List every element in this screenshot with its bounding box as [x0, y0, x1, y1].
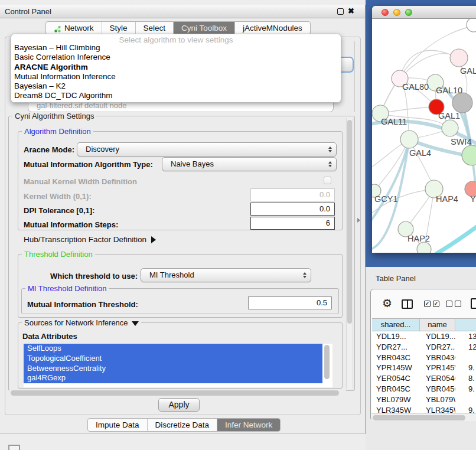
table-cell: 9.: [455, 384, 476, 394]
tab-jactivemnodules-label: jActiveMNodules: [243, 22, 302, 34]
tab-infer-network[interactable]: Infer Network: [217, 419, 280, 431]
checkbox-unchecked-icon[interactable]: [446, 301, 452, 307]
inference-algorithm-combo-partial[interactable]: [341, 57, 354, 73]
node-partial-bottom[interactable]: [417, 242, 431, 253]
node-gal7[interactable]: [450, 49, 468, 67]
which-threshold-label: Which threshold to use:: [50, 272, 138, 281]
window-minimize-button[interactable]: [393, 9, 400, 16]
network-edge[interactable]: [400, 50, 455, 79]
attribute-item-selected[interactable]: BetweennessCentrality: [24, 364, 322, 374]
tab-jactivemnodules[interactable]: jActiveMNodules: [234, 22, 310, 34]
algorithm-option[interactable]: Bayesian – K2: [11, 81, 341, 91]
table-row[interactable]: YBR043C YBR043C: [372, 353, 476, 363]
tab-impute-data[interactable]: Impute Data: [88, 419, 147, 431]
panel-divider-arrow-icon[interactable]: [357, 218, 360, 223]
attribute-item-selected[interactable]: TopologicalCoefficient: [24, 354, 322, 364]
column-header-partial[interactable]: [455, 319, 476, 331]
table-row[interactable]: YDL19... YDL19... 13: [372, 331, 476, 342]
apply-button[interactable]: Apply: [158, 398, 200, 412]
table-cell: 13: [455, 331, 476, 342]
mi-threshold-definition-title: MI Threshold Definition: [25, 284, 109, 293]
node-gray[interactable]: [452, 93, 472, 113]
mi-algorithm-type-label: Mutual Information Algorithm Type:: [24, 160, 153, 169]
network-window-titlebar[interactable]: [372, 6, 476, 19]
table-panel-toolbar: ⚙ ✓ ✓: [370, 295, 476, 315]
network-source-combo-partial[interactable]: gal-filtered.sif default node: [28, 102, 334, 112]
split-columns-icon[interactable]: [402, 299, 413, 309]
network-edge[interactable]: [436, 226, 476, 253]
node-swi4[interactable]: [462, 145, 476, 165]
mi-algorithm-type-combo[interactable]: Naive Bayes: [162, 157, 337, 171]
table-cell: YPR145W: [420, 363, 455, 373]
kernel-width-field[interactable]: 0.0: [250, 188, 335, 201]
mi-threshold-field[interactable]: 0.5: [248, 296, 332, 309]
window-zoom-button[interactable]: [405, 9, 412, 16]
node-mid-green[interactable]: [442, 120, 458, 136]
spinner-arrows-icon: [328, 161, 332, 167]
checkbox-checked-icon[interactable]: ✓: [424, 301, 431, 307]
float-window-icon[interactable]: [337, 8, 344, 15]
hub-definition-expander[interactable]: Hub/Transcription Factor Definition: [24, 235, 156, 244]
attribute-item-selected[interactable]: SelfLoops: [24, 344, 322, 354]
column-header-shared-name[interactable]: shared...: [372, 319, 420, 331]
algorithm-option[interactable]: Basic Correlation Inference: [11, 53, 341, 62]
node-label: GAL4: [409, 148, 431, 158]
algorithm-option-selected[interactable]: ARACNE Algorithm: [11, 63, 341, 72]
aracne-mode-combo[interactable]: Discovery: [77, 142, 337, 156]
column-header-name[interactable]: name: [420, 319, 455, 331]
table-horizontal-scrollbar[interactable]: [371, 413, 476, 421]
checkbox-checked-icon[interactable]: ✓: [433, 301, 439, 307]
attribute-item-selected[interactable]: gal4RGexp: [24, 373, 322, 383]
dpi-tolerance-label: DPI Tolerance [0,1]:: [24, 206, 94, 215]
dpi-tolerance-field[interactable]: 0.0: [250, 203, 335, 216]
settings-horizontal-scrollbar[interactable]: [9, 389, 346, 397]
settings-vertical-scrollbar-thumb[interactable]: [347, 120, 352, 324]
minimized-panel-icon-partial[interactable]: [8, 445, 20, 450]
table-row[interactable]: YPR145W YPR145W 9.: [372, 363, 476, 373]
spinner-arrows-icon: [303, 272, 307, 278]
document-icon[interactable]: [471, 298, 476, 309]
table-row[interactable]: YER054C YER054C 8.: [372, 373, 476, 384]
tab-network[interactable]: Network: [46, 22, 102, 34]
manual-kernel-width-checkbox[interactable]: [324, 177, 331, 184]
which-threshold-combo[interactable]: MI Threshold: [141, 268, 311, 282]
sources-title[interactable]: Sources for Network Inference: [22, 318, 141, 327]
node-partial-top[interactable]: [467, 19, 476, 32]
tab-select[interactable]: Select: [135, 22, 174, 34]
hub-definition-label: Hub/Transcription Factor Definition: [24, 235, 146, 244]
settings-vertical-scrollbar[interactable]: [346, 118, 353, 389]
table-cell: YBL079W: [372, 394, 420, 405]
window-close-button[interactable]: [382, 9, 389, 16]
table-cell: 12: [455, 342, 476, 353]
table-horizontal-scrollbar-thumb[interactable]: [373, 415, 465, 420]
checkbox-unchecked-icon[interactable]: [455, 301, 461, 307]
tab-discretize-data[interactable]: Discretize Data: [147, 419, 217, 431]
settings-horizontal-scrollbar-thumb[interactable]: [11, 390, 339, 396]
tab-style[interactable]: Style: [102, 22, 135, 34]
data-attributes-label: Data Attributes: [22, 332, 77, 341]
node-label: HAP4: [436, 194, 458, 204]
mi-steps-field[interactable]: 6: [250, 217, 335, 230]
table-row[interactable]: YDR27... YDR27... 12: [372, 342, 476, 353]
algorithm-option[interactable]: Dream8 DC_TDC Algorithm: [11, 91, 341, 100]
control-panel-title: Control Panel: [5, 7, 51, 16]
table-row[interactable]: YBL079W YBL079W: [372, 394, 476, 405]
table-cell: YDL19...: [372, 331, 420, 342]
algorithm-definition-title: Algorithm Definition: [22, 127, 93, 136]
algorithm-option[interactable]: Bayesian – Hill Climbing: [11, 43, 341, 53]
node-label: GAL80: [402, 82, 429, 92]
aracne-mode-label: Aracne Mode:: [24, 145, 74, 154]
node-label: GAL7: [460, 66, 476, 76]
manual-kernel-width-label: Manual Kernel Width Definition: [24, 177, 137, 186]
node-gal4[interactable]: [400, 131, 418, 148]
network-canvas[interactable]: GAL7GAL80GAL10GAL1GAL11SWI4GAL4GCY1HAP4Y…: [372, 19, 476, 253]
tab-select-label: Select: [144, 22, 166, 34]
table-row[interactable]: YBR045C YBR045C 9.: [372, 384, 476, 394]
network-edge[interactable]: [372, 139, 409, 221]
close-icon[interactable]: ✖: [348, 6, 354, 15]
gear-icon[interactable]: ⚙: [382, 296, 392, 309]
tab-cyni-toolbox[interactable]: Cyni Toolbox: [173, 22, 234, 34]
algorithm-option[interactable]: Mutual Information Inference: [11, 72, 341, 81]
attribute-list-scrollbar-thumb[interactable]: [324, 345, 330, 379]
table-panel-title: Table Panel: [376, 274, 416, 283]
